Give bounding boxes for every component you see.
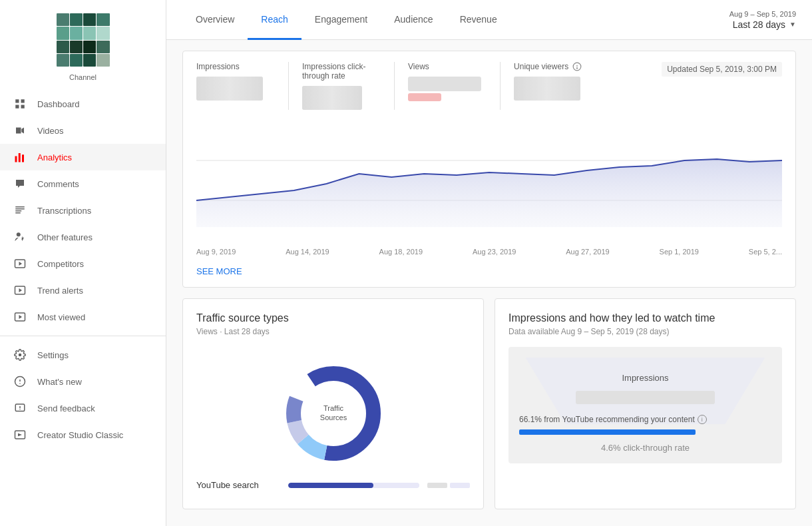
trend-icon — [13, 284, 27, 297]
donut-svg: Traffic Sources — [274, 354, 393, 473]
traffic-label: YouTube search — [196, 480, 283, 490]
sidebar-item-other-features[interactable]: Other features — [0, 224, 166, 250]
svg-rect-0 — [15, 99, 19, 103]
sidebar-item-label: Transcriptions — [37, 206, 91, 216]
avatar — [57, 13, 110, 67]
traffic-bar-bg — [288, 483, 419, 488]
sidebar-item-whats-new[interactable]: What's new — [0, 368, 166, 395]
video-icon — [13, 124, 27, 137]
sidebar-item-most-viewed[interactable]: Most viewed — [0, 304, 166, 330]
sidebar-item-creator-studio[interactable]: Creator Studio Classic — [0, 421, 166, 448]
traffic-bar-fill — [288, 483, 373, 488]
sidebar-item-label: Trend alerts — [37, 286, 83, 296]
sidebar-item-trend-alerts[interactable]: Trend alerts — [0, 277, 166, 304]
metrics-row: Impressions Impressions click-through ra… — [196, 62, 606, 110]
sidebar-item-settings[interactable]: Settings — [0, 342, 166, 368]
sidebar-item-dashboard[interactable]: Dashboard — [0, 91, 166, 117]
sidebar-item-label: What's new — [37, 377, 82, 387]
metric-impressions[interactable]: Impressions — [196, 62, 289, 110]
svg-point-23 — [577, 68, 578, 69]
date-range-main: Last 28 days ▼ — [733, 19, 796, 30]
dropdown-arrow-icon: ▼ — [789, 21, 796, 28]
see-more-button[interactable]: SEE MORE — [196, 266, 242, 276]
bar-chart-icon — [13, 150, 27, 164]
tab-engagement[interactable]: Engagement — [302, 1, 381, 40]
info-icon: i — [698, 415, 707, 424]
sidebar-item-label: Videos — [37, 126, 64, 136]
feedback-icon — [13, 401, 27, 415]
chart-label-1: Aug 14, 2019 — [286, 248, 329, 256]
svg-rect-3 — [21, 105, 25, 109]
metric-unique-viewers[interactable]: Unique viewers — [501, 62, 606, 110]
chart-label-4: Aug 27, 2019 — [566, 248, 609, 256]
metric-unique-viewers-label: Unique viewers — [514, 62, 592, 71]
sidebar: Channel Dashboard Videos Analytics — [0, 0, 166, 526]
impressions-funnel-card: Impressions and how they led to watch ti… — [495, 298, 796, 509]
metric-ctr-value — [302, 86, 362, 110]
svg-point-19 — [19, 409, 21, 410]
svg-point-16 — [19, 383, 21, 384]
metric-ctr[interactable]: Impressions click-through rate — [289, 62, 395, 110]
svg-text:Sources: Sources — [319, 413, 347, 421]
traffic-sources-card: Traffic source types Views · Last 28 day… — [182, 298, 484, 509]
sidebar-item-videos[interactable]: Videos — [0, 117, 166, 144]
donut-chart: Traffic Sources — [196, 347, 470, 480]
top-bar: Overview Reach Engagement Audience Reven… — [166, 0, 812, 40]
date-range-selector[interactable]: Aug 9 – Sep 5, 2019 Last 28 days ▼ — [729, 10, 796, 30]
content-area: Impressions Impressions click-through ra… — [166, 40, 812, 526]
chart-label-2: Aug 18, 2019 — [379, 248, 423, 256]
gear-icon — [13, 348, 27, 362]
sidebar-item-label: Other features — [37, 232, 93, 242]
metric-views[interactable]: Views — [395, 62, 501, 110]
svg-point-7 — [17, 232, 21, 236]
comment-icon — [13, 177, 27, 190]
channel-avatar-section: Channel — [0, 0, 166, 91]
click-rate-text: 4.6% click-through rate — [519, 443, 771, 453]
tab-audience[interactable]: Audience — [381, 1, 446, 40]
creator-studio-icon — [13, 428, 27, 441]
funnel-visual: Impressions 66.1% from YouTube recommend… — [508, 347, 782, 463]
updated-text: Updated Sep 5, 2019, 3:00 PM — [662, 62, 782, 77]
sidebar-item-label: Comments — [37, 179, 79, 189]
chart-label-3: Aug 23, 2019 — [473, 248, 516, 256]
chart-area: Aug 9, 2019 Aug 14, 2019 Aug 18, 2019 Au… — [196, 121, 782, 276]
svg-text:Traffic: Traffic — [323, 404, 343, 412]
metrics-chart-card: Impressions Impressions click-through ra… — [182, 51, 796, 288]
traffic-sources-subtitle: Views · Last 28 days — [196, 327, 470, 336]
sidebar-item-label: Settings — [37, 350, 69, 360]
exclamation-icon — [13, 375, 27, 388]
svg-marker-11 — [19, 288, 23, 292]
svg-rect-4 — [15, 156, 17, 162]
tab-revenue[interactable]: Revenue — [447, 1, 510, 40]
sidebar-item-label: Send feedback — [37, 403, 95, 413]
sidebar-item-competitors[interactable]: Competitors — [0, 250, 166, 277]
sidebar-nav: Dashboard Videos Analytics Comments — [0, 91, 166, 519]
sidebar-item-transcriptions[interactable]: Transcriptions — [0, 197, 166, 224]
metric-ctr-label: Impressions click-through rate — [302, 62, 381, 81]
reach-chart — [196, 121, 782, 240]
text-icon — [13, 204, 27, 217]
tab-reach[interactable]: Reach — [248, 1, 301, 40]
tab-overview[interactable]: Overview — [182, 1, 248, 40]
svg-rect-2 — [15, 105, 19, 109]
svg-rect-6 — [22, 154, 24, 162]
bottom-row: Traffic source types Views · Last 28 day… — [182, 298, 796, 509]
sidebar-item-label: Dashboard — [37, 99, 80, 109]
svg-marker-13 — [19, 315, 23, 319]
date-range-small: Aug 9 – Sep 5, 2019 — [729, 10, 796, 18]
metric-views-value — [408, 77, 487, 101]
most-viewed-icon — [13, 310, 27, 324]
metric-views-label: Views — [408, 62, 487, 71]
funnel-impressions-label: Impressions — [530, 373, 761, 383]
sidebar-item-send-feedback[interactable]: Send feedback — [0, 395, 166, 421]
sidebar-item-comments[interactable]: Comments — [0, 170, 166, 197]
sidebar-item-label: Most viewed — [37, 312, 85, 322]
chart-x-labels: Aug 9, 2019 Aug 14, 2019 Aug 18, 2019 Au… — [196, 248, 782, 256]
impressions-funnel-subtitle: Data available Aug 9 – Sep 5, 2019 (28 d… — [508, 327, 782, 336]
sidebar-item-label: Creator Studio Classic — [37, 430, 123, 440]
chart-label-0: Aug 9, 2019 — [196, 248, 236, 256]
grid-icon — [13, 97, 27, 111]
sidebar-item-analytics[interactable]: Analytics — [0, 144, 166, 170]
svg-rect-1 — [21, 99, 25, 103]
impressions-funnel-title: Impressions and how they led to watch ti… — [508, 312, 782, 324]
